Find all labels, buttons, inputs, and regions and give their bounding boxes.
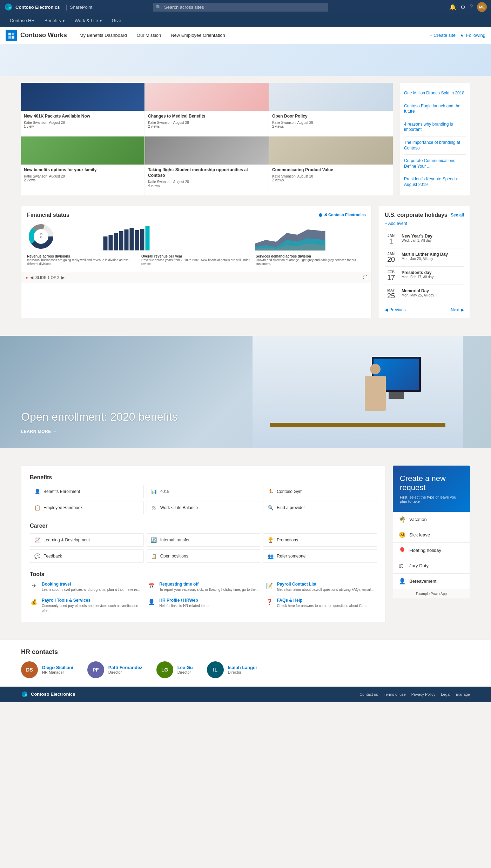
promotions-link[interactable]: 🏆 Promotions [263,533,377,547]
page-nav-our-mission[interactable]: Our Mission [133,31,165,40]
news-card-title: Open Door Policy [272,114,390,119]
search-bar[interactable]: 🔍 [153,3,328,12]
gear-icon[interactable]: ⚙ [460,4,465,11]
footer-contact-link[interactable]: Contact us [359,692,378,696]
benefits-enrollment-link[interactable]: 👤 Benefits Enrollment [30,485,144,498]
news-card[interactable]: Open Door Policy Katie Swanson August 28… [269,83,393,136]
footer-terms-link[interactable]: Terms of use [384,692,406,696]
tools-section: Tools ✈ Booking travel Learn about trave… [30,571,377,613]
footer-privacy-link[interactable]: Privacy Policy [411,692,435,696]
company-logo[interactable]: Contoso Electronics [4,3,60,11]
avatar-diego: DS [21,661,38,678]
bereavement-option[interactable]: 👤 Bereavement [393,574,470,589]
page-brand-title: Contoso Works [20,32,67,39]
help-icon[interactable]: ? [470,4,473,10]
contoso-logo-icon [4,3,13,11]
news-card[interactable]: Communicating Product Value Katie Swanso… [269,136,393,195]
news-card[interactable]: Changes to Medical Benefits Katie Swanso… [145,83,269,136]
internal-transfer-link[interactable]: 🔄 Internal transfer [147,533,261,547]
news-card-meta: Katie Swanson August 28 4 views [148,180,266,188]
open-positions-link[interactable]: 📋 Open positions [147,549,261,563]
learning-development-link[interactable]: 📈 Learning & Development [30,533,144,547]
area-chart-svg [215,222,366,251]
bell-icon[interactable]: 🔔 [449,4,456,11]
sidebar-news-item[interactable]: Corporate Communications Define Your ... [404,155,466,173]
area-chart-container [215,222,366,252]
tool-title[interactable]: Requesting time off [159,582,259,587]
tool-title[interactable]: HR Profile / HRWeb [159,598,259,603]
hero-cta-button[interactable]: LEARN MORE → [21,429,178,434]
fullscreen-icon[interactable]: ⛶ [363,275,367,280]
calendar-prev-button[interactable]: ◀ Previous [385,307,406,312]
employee-handbook-link[interactable]: 📋 Employee Handbook [30,501,144,514]
avatar-lee: LG [156,661,173,678]
floating-holiday-option[interactable]: 🎈 Floating holiday [393,543,470,558]
request-panel: Create a new request First, select the t… [393,466,470,622]
tool-title[interactable]: FAQs & Help [277,598,377,603]
tool-title[interactable]: Payroll Tools & Services [42,598,142,603]
contact-info: Lee Gu Director [177,665,193,674]
site-navigation: Contoso HR Benefits ▾ Work & Life ▾ Give [0,14,491,27]
refer-someone-link[interactable]: 👥 Refer someone [263,549,377,563]
search-input[interactable] [153,3,328,12]
tool-content: Requesting time off To report your vacat… [159,582,259,592]
contact-name[interactable]: Patti Fernandez [108,665,142,670]
sharepoint-label: SharePoint [70,5,92,10]
footer-legal-link[interactable]: Legal [441,692,450,696]
tool-title[interactable]: Booking travel [42,582,142,587]
contact-name[interactable]: Isaiah Langer [228,665,257,670]
tool-content: HR Profile / HRWeb Helpful links to HR r… [159,598,259,613]
tool-content: Payroll Contact List Get information abo… [277,582,377,592]
jury-duty-option[interactable]: ⚖ Jury Duty [393,558,470,574]
calendar-next-button[interactable]: Next ▶ [451,307,464,312]
hero-banner: Open enrollment: 2020 benefits LEARN MOR… [0,336,491,448]
feedback-link[interactable]: 💬 Feedback [30,549,144,563]
sick-leave-option[interactable]: 🤒 Sick leave [393,527,470,543]
slide-indicator: ● ◀ SLIDE 1 OF 2 ▶ [26,275,65,280]
news-card-title: New 401K Packets Available Now [24,114,142,119]
news-card[interactable]: New 401K Packets Available Now Katie Swa… [21,83,144,136]
follow-button[interactable]: ★ Following [460,33,485,38]
create-site-button[interactable]: + Create site [430,33,456,38]
contact-name[interactable]: Diego Siciliani [42,665,73,670]
news-card-body: Changes to Medical Benefits Katie Swanso… [145,111,269,131]
vacation-option[interactable]: 🌴 Vacation [393,512,470,527]
contact-role: Director [108,670,142,674]
avatar[interactable]: ME [477,2,487,12]
sidebar-news-item[interactable]: One Million Drones Sold in 2018 [404,87,466,100]
page-nav-new-employee[interactable]: New Employee Orientation [167,31,229,40]
footer: Contoso Electronics Contact us Terms of … [0,687,491,702]
401k-link[interactable]: 📊 401k [147,485,261,498]
work-life-balance-link[interactable]: ⚖ Work < Life Balance [147,501,261,514]
nav-divider: | [65,4,67,11]
add-event-button[interactable]: + Add event [385,221,464,226]
footer-manage-link[interactable]: manage [456,692,470,696]
event-date: JAN 1 [385,234,397,245]
site-nav-benefits[interactable]: Benefits ▾ [40,16,69,25]
news-card-body: New benefits options for your family Kat… [21,165,144,185]
news-card-body: Open Door Policy Katie Swanson August 28… [269,111,393,131]
svg-rect-16 [114,233,118,251]
find-provider-link[interactable]: 🔍 Find a provider [263,501,377,514]
site-nav-contoso-hr[interactable]: Contoso HR [6,16,39,25]
calendar-icon: 📅 [147,582,156,590]
sidebar-news-item[interactable]: Contoso Eagle launch and the future [404,100,466,118]
sidebar-news-item[interactable]: President's Keynote Speech: August 2019 [404,173,466,191]
contact-name[interactable]: Lee Gu [177,665,193,670]
sidebar-news-item[interactable]: 4 reasons why branding is important [404,118,466,136]
sidebar-news-item[interactable]: The importance of branding at Contoso [404,136,466,155]
news-card-image [269,136,393,165]
page-nav-my-benefits[interactable]: My Benefits Dashboard [75,31,131,40]
news-card[interactable]: Taking flight: Student mentorship opport… [145,136,269,195]
chevron-right-icon: ▶ [461,307,464,312]
contact-info: Isaiah Langer Director [228,665,257,674]
tool-title[interactable]: Payroll Contact List [277,582,377,587]
calendar-nav: ◀ Previous Next ▶ [385,303,464,312]
site-nav-work-life[interactable]: Work & Life ▾ [70,16,106,25]
site-nav-give[interactable]: Give [108,16,126,25]
see-all-link[interactable]: See all [451,213,464,218]
caption-1: Overall revenue per year Revenue across … [141,254,251,266]
news-card[interactable]: New benefits options for your family Kat… [21,136,144,195]
news-card-title: Changes to Medical Benefits [148,114,266,119]
contoso-gym-link[interactable]: 🏃 Contoso Gym [263,485,377,498]
